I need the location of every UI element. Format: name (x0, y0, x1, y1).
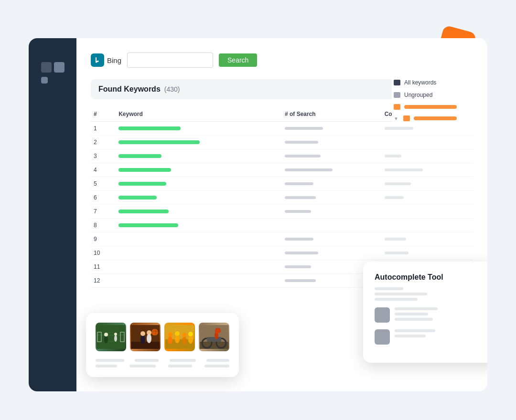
col-header-num: # (91, 107, 116, 122)
svg-point-23 (182, 337, 187, 345)
table-row: 2 (91, 136, 473, 149)
row-keyword-2 (116, 136, 282, 149)
row-num-4: 4 (91, 163, 116, 177)
ph-1-4 (206, 359, 229, 362)
svg-point-12 (140, 331, 145, 336)
svg-rect-30 (207, 337, 221, 342)
search-input[interactable] (127, 52, 213, 68)
search-bar: Bing Search (91, 52, 473, 68)
orange-bar-1 (404, 105, 457, 109)
autocomplete-desc-lines (375, 287, 485, 301)
placeholder-row-1 (96, 359, 229, 362)
autocomplete-item-1 (375, 307, 485, 323)
row-search-6 (282, 191, 382, 205)
row-keyword-6 (116, 191, 282, 205)
svg-point-19 (168, 336, 172, 344)
table-row: 10 (91, 246, 473, 260)
sidebar (29, 38, 76, 391)
row-num-6: 6 (91, 191, 116, 205)
images-row (96, 323, 229, 351)
row-keyword-8 (116, 219, 282, 232)
row-num-11: 11 (91, 260, 116, 274)
row-keyword-3 (116, 149, 282, 163)
svg-point-15 (151, 329, 158, 336)
search-button[interactable]: Search (219, 53, 257, 67)
svg-point-22 (182, 333, 187, 337)
row-competition-10 (382, 246, 473, 260)
placeholder-row-2 (96, 365, 229, 368)
svg-point-14 (147, 330, 151, 335)
autocomplete-title: Autocomplete Tool (375, 273, 485, 282)
row-search-9 (282, 232, 382, 246)
folder-orange-1-icon (394, 104, 400, 110)
group-orange-1[interactable] (392, 101, 478, 113)
svg-rect-10 (131, 342, 160, 349)
row-num-1: 1 (91, 122, 116, 136)
ph-2-2 (129, 365, 156, 368)
row-num-10: 10 (91, 246, 116, 260)
row-keyword-12 (116, 274, 282, 288)
row-num-9: 9 (91, 232, 116, 246)
logo-sq-3 (41, 77, 48, 84)
autocomplete-item-lines-2 (395, 329, 485, 337)
bing-logo: Bing (91, 53, 121, 67)
desc-line-3 (375, 298, 418, 301)
main-panel: Bing Search Found Keywords (430) # Keywo… (76, 38, 487, 391)
table-row: 5 (91, 177, 473, 191)
row-competition-7 (382, 205, 473, 219)
autocomplete-item-2 (375, 329, 485, 345)
folder-orange-2-icon (403, 116, 410, 121)
images-card-placeholder-lines (96, 359, 229, 368)
sport-image-motocross (199, 323, 229, 351)
row-keyword-5 (116, 177, 282, 191)
group-all-keywords[interactable]: All keywords (392, 76, 478, 89)
row-num-2: 2 (91, 136, 116, 149)
row-search-1 (282, 122, 382, 136)
row-keyword-4 (116, 163, 282, 177)
row-search-10 (282, 246, 382, 260)
row-competition-5 (382, 177, 473, 191)
folder-all-icon (394, 80, 400, 85)
item2-line-2 (395, 335, 426, 337)
svg-rect-1 (97, 335, 125, 336)
item1-line-3 (395, 318, 433, 321)
row-num-3: 3 (91, 149, 116, 163)
sport-image-crowd (164, 323, 195, 351)
group-ungrouped-label: Ungrouped (404, 92, 432, 98)
table-row: 9 (91, 232, 473, 246)
svg-point-18 (168, 332, 172, 337)
item1-line-2 (395, 313, 428, 315)
svg-point-5 (104, 336, 108, 343)
desc-line-1 (375, 287, 403, 290)
row-search-3 (282, 149, 382, 163)
autocomplete-item-icon-2 (375, 329, 390, 345)
ph-2-1 (96, 365, 117, 368)
sidebar-logo (41, 62, 64, 84)
row-search-4 (282, 163, 382, 177)
row-num-5: 5 (91, 177, 116, 191)
row-search-2 (282, 136, 382, 149)
keywords-table: # Keyword # of Search Competition 123456… (91, 107, 473, 288)
row-search-8 (282, 219, 382, 232)
row-keyword-11 (116, 260, 282, 274)
autocomplete-item-icon-1 (375, 307, 390, 323)
svg-point-8 (114, 333, 117, 336)
col-header-keyword: Keyword (116, 107, 282, 122)
ph-1-3 (170, 359, 196, 362)
svg-rect-0 (97, 325, 125, 349)
group-all-label: All keywords (404, 79, 436, 86)
autocomplete-item-lines-1 (395, 307, 485, 321)
keyword-groups-panel: All keywords Ungrouped ▼ (392, 76, 478, 124)
row-search-5 (282, 177, 382, 191)
item2-line-1 (395, 329, 435, 332)
row-num-8: 8 (91, 219, 116, 232)
bing-label: Bing (107, 56, 121, 64)
group-ungrouped[interactable]: Ungrouped (392, 89, 478, 101)
row-competition-2 (382, 136, 473, 149)
row-keyword-10 (116, 246, 282, 260)
row-competition-6 (382, 191, 473, 205)
images-card (86, 313, 239, 377)
group-orange-2[interactable]: ▼ (392, 113, 478, 124)
ph-1-2 (135, 359, 159, 362)
col-header-search: # of Search (282, 107, 382, 122)
